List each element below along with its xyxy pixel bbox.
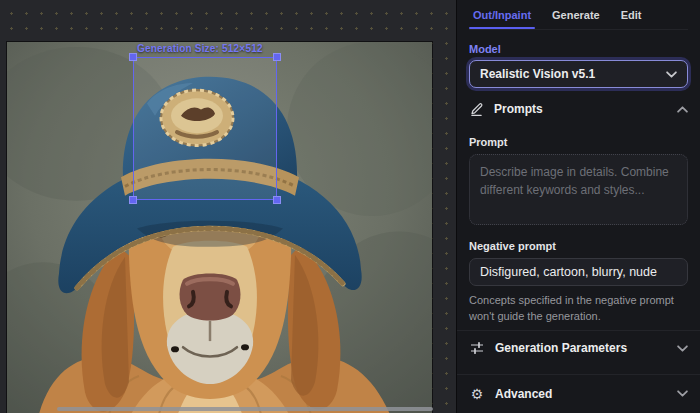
chevron-down-icon [677, 390, 688, 397]
negative-prompt-label: Negative prompt [469, 240, 688, 252]
model-select[interactable]: Realistic Vision v5.1 [469, 60, 688, 88]
advanced-header[interactable]: ⚙ Advanced [469, 375, 688, 413]
chevron-down-icon [677, 345, 688, 352]
chevron-down-icon [666, 71, 677, 78]
tab-out-inpaint[interactable]: Out/Inpaint [471, 9, 533, 29]
advanced-title: Advanced [495, 387, 552, 401]
app-window: Generation Size: 512×512 Out/Inpaint Gen… [0, 0, 700, 413]
panel-tab-bar: Out/Inpaint Generate Edit [469, 0, 688, 30]
settings-panel: Out/Inpaint Generate Edit Model Realisti… [457, 0, 700, 413]
generation-parameters-title: Generation Parameters [495, 341, 627, 355]
model-label: Model [469, 43, 688, 55]
selection-handle-bottom-left[interactable] [129, 196, 137, 204]
generation-size-label: Generation Size: 512×512 [137, 43, 263, 54]
selection-handle-top-right[interactable] [273, 53, 281, 61]
prompt-textarea[interactable] [469, 154, 688, 226]
sliders-icon [469, 340, 485, 356]
prompts-section-header[interactable]: Prompts [469, 97, 688, 122]
negative-prompt-input[interactable] [469, 258, 688, 286]
pencil-icon [469, 102, 484, 117]
selection-handle-top-left[interactable] [129, 53, 137, 61]
chevron-up-icon [677, 106, 688, 113]
negative-prompt-helper: Concepts specified in the negative promp… [469, 293, 688, 325]
generation-area-selection[interactable]: Generation Size: 512×512 [133, 57, 277, 200]
gear-icon: ⚙ [469, 387, 485, 401]
tab-generate[interactable]: Generate [550, 9, 602, 29]
prompts-section-title: Prompts [494, 102, 543, 116]
canvas-area[interactable]: Generation Size: 512×512 [0, 0, 457, 413]
generation-parameters-header[interactable]: Generation Parameters [469, 331, 688, 365]
tab-edit[interactable]: Edit [619, 9, 644, 29]
model-select-value: Realistic Vision v5.1 [480, 67, 595, 81]
selection-handle-bottom-right[interactable] [273, 196, 281, 204]
canvas-horizontal-scrollbar[interactable] [57, 407, 433, 411]
prompt-label: Prompt [469, 136, 688, 148]
